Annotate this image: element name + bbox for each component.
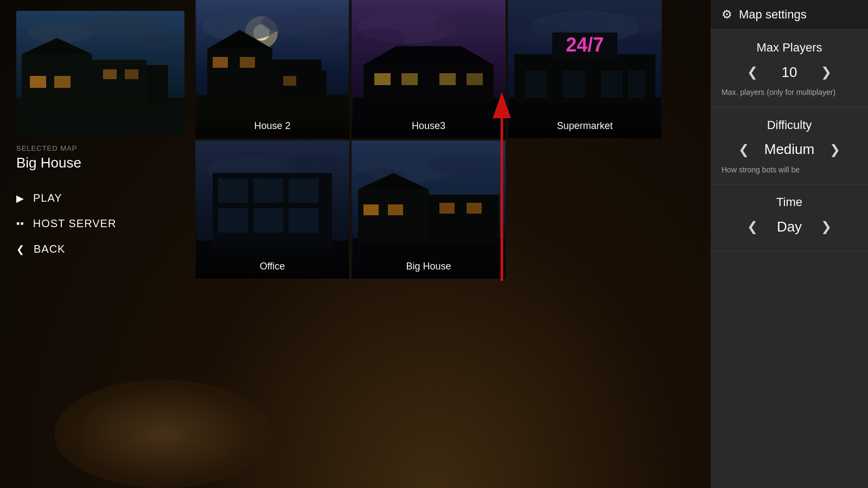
map-grid-area: House 2 [195, 0, 711, 488]
map-label-office: Office [195, 256, 349, 279]
svg-rect-11 [103, 69, 117, 79]
difficulty-decrease[interactable]: ❮ [734, 140, 754, 159]
svg-rect-76 [429, 195, 499, 243]
svg-rect-7 [92, 60, 146, 106]
map-grid: House 2 [195, 0, 662, 279]
svg-point-70 [429, 153, 505, 177]
settings-header: ⚙ Map settings [711, 0, 868, 30]
map-label-house2: House 2 [195, 116, 349, 138]
svg-point-31 [353, 28, 407, 48]
time-title: Time [722, 195, 857, 209]
svg-rect-37 [439, 73, 456, 85]
svg-rect-9 [30, 76, 46, 88]
time-control: ❮ Day ❯ [722, 217, 857, 236]
host-server-icon: ▪▪ [16, 218, 24, 229]
time-section: Time ❮ Day ❯ [711, 184, 868, 251]
max-players-increase[interactable]: ❯ [816, 62, 836, 82]
svg-text:24/7: 24/7 [566, 34, 604, 56]
selected-map-label: SELECTED MAP [16, 144, 179, 152]
settings-title: Map settings [739, 8, 807, 22]
play-label: PLAY [33, 192, 62, 204]
svg-rect-26 [240, 57, 255, 68]
selected-map-name: Big House [16, 155, 179, 171]
back-button[interactable]: ❮ BACK [16, 239, 179, 260]
svg-rect-25 [213, 57, 228, 68]
difficulty-control: ❮ Medium ❯ [722, 140, 857, 159]
map-label-supermarket: Supermarket [508, 116, 662, 138]
svg-rect-49 [601, 70, 623, 98]
map-card-house3[interactable]: House3 [352, 0, 506, 138]
time-decrease[interactable]: ❮ [743, 217, 762, 236]
menu-buttons: ▶ PLAY ▪▪ HOST SERVER ❮ BACK [16, 188, 179, 260]
map-card-bighouse[interactable]: Big House [352, 140, 506, 279]
map-card-supermarket[interactable]: 24/7 Supermarket [508, 0, 662, 138]
svg-rect-48 [563, 70, 585, 98]
svg-rect-36 [401, 73, 418, 85]
time-increase[interactable]: ❯ [816, 217, 836, 236]
back-icon: ❮ [16, 243, 25, 255]
left-panel: SELECTED MAP Big House ▶ PLAY ▪▪ HOST SE… [0, 0, 195, 488]
selected-map-preview [16, 11, 184, 136]
max-players-value: 10 [773, 64, 806, 81]
svg-rect-79 [439, 203, 455, 214]
max-players-title: Max Players [722, 41, 857, 55]
right-panel: ⚙ Map settings Max Players ❮ 10 ❯ Max. p… [711, 0, 868, 488]
max-players-decrease[interactable]: ❮ [743, 62, 762, 82]
difficulty-desc: How strong bots will be [722, 165, 857, 176]
max-players-section: Max Players ❮ 10 ❯ Max. players (only fo… [711, 30, 868, 107]
selected-map-info: SELECTED MAP Big House [16, 144, 179, 171]
map-label-bighouse: Big House [352, 256, 506, 279]
svg-rect-13 [16, 103, 184, 105]
svg-rect-74 [358, 189, 429, 243]
host-server-label: HOST SERVER [33, 217, 117, 230]
back-label: BACK [34, 243, 65, 255]
max-players-control: ❮ 10 ❯ [722, 62, 857, 82]
max-players-desc: Max. players (only for multiplayer) [722, 87, 857, 98]
svg-rect-80 [467, 203, 482, 214]
svg-rect-35 [374, 73, 391, 85]
svg-point-3 [130, 33, 184, 49]
gear-icon: ⚙ [722, 8, 732, 22]
svg-rect-24 [272, 70, 327, 98]
svg-rect-47 [525, 70, 547, 98]
difficulty-section: Difficulty ❮ Medium ❯ How strong bots wi… [711, 107, 868, 185]
difficulty-title: Difficulty [722, 118, 857, 132]
map-card-house2[interactable]: House 2 [195, 0, 349, 138]
svg-rect-77 [363, 204, 379, 215]
difficulty-value: Medium [764, 141, 814, 158]
svg-rect-12 [125, 69, 138, 79]
map-label-house3: House3 [352, 116, 506, 138]
difficulty-increase[interactable]: ❯ [825, 140, 845, 159]
svg-rect-27 [283, 76, 296, 86]
host-server-button[interactable]: ▪▪ HOST SERVER [16, 213, 179, 234]
play-icon: ▶ [16, 192, 24, 204]
svg-rect-10 [54, 76, 71, 88]
time-value: Day [773, 219, 806, 235]
play-button[interactable]: ▶ PLAY [16, 188, 179, 209]
svg-rect-50 [628, 70, 644, 98]
map-card-office[interactable]: Office [195, 140, 349, 279]
svg-rect-38 [467, 73, 483, 85]
svg-rect-78 [388, 204, 403, 215]
